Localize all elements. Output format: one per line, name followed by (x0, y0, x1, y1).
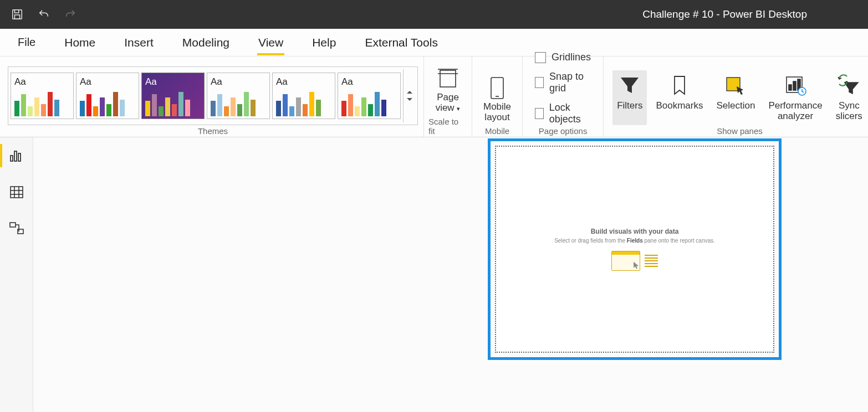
group-label-scale: Scale to fit (428, 117, 467, 136)
theme-sample-text: Aa (211, 76, 266, 87)
theme-bars (211, 92, 266, 116)
placeholder-illustration (611, 251, 658, 271)
filter-icon (617, 74, 642, 97)
menu-view[interactable]: View (257, 30, 284, 55)
ribbon-group-scale: Page view ▾ Scale to fit (424, 56, 472, 137)
performance-label: Performance analyzer (768, 100, 822, 122)
placeholder-title: Build visuals with your data (591, 228, 679, 235)
svg-rect-5 (491, 78, 503, 99)
theme-sample-text: Aa (341, 76, 397, 87)
placeholder-window-icon (611, 251, 640, 271)
svg-rect-13 (11, 156, 13, 161)
menu-external-tools[interactable]: External Tools (364, 30, 439, 55)
svg-rect-9 (789, 85, 792, 90)
group-label-themes: Themes (198, 126, 228, 136)
theme-bars (80, 92, 135, 116)
theme-sample-text: Aa (80, 76, 135, 87)
theme-gallery-expand[interactable] (403, 69, 415, 122)
theme-sample-text: Aa (145, 76, 201, 87)
mobile-icon (484, 77, 510, 99)
menu-help[interactable]: Help (311, 30, 337, 55)
menu-file[interactable]: File (17, 30, 37, 54)
lock-objects-checkbox[interactable]: Lock objects (535, 102, 591, 125)
svg-rect-10 (793, 81, 796, 90)
ribbon-group-page-options: Gridlines Snap to grid Lock objects Page… (523, 56, 604, 137)
selection-label: Selection (716, 100, 755, 111)
sync-slicers-icon (837, 74, 861, 97)
performance-analyzer-button[interactable]: Performance analyzer (764, 70, 826, 125)
svg-rect-1 (14, 15, 19, 19)
undo-icon[interactable] (38, 8, 50, 20)
model-view-button[interactable] (8, 220, 25, 237)
theme-bars (276, 92, 331, 116)
theme-thumbnail[interactable]: Aa (76, 73, 139, 119)
page-view-label: Page view ▾ (436, 92, 461, 114)
filters-label: Filters (617, 100, 642, 111)
selection-icon (723, 74, 748, 97)
svg-rect-21 (10, 223, 16, 227)
menu-insert[interactable]: Insert (123, 30, 155, 55)
left-view-rail (0, 137, 33, 412)
gridlines-checkbox[interactable]: Gridlines (535, 51, 591, 63)
save-icon[interactable] (11, 8, 23, 20)
ribbon-group-themes: AaAaAaAaAaAa Themes (0, 56, 424, 137)
page-view-button[interactable]: Page view ▾ (428, 65, 467, 116)
theme-thumbnail[interactable]: Aa (11, 73, 74, 119)
svg-rect-2 (440, 70, 456, 87)
bookmarks-pane-button[interactable]: Bookmarks (651, 70, 707, 125)
performance-icon (783, 74, 808, 97)
theme-sample-text: Aa (14, 76, 70, 87)
report-canvas[interactable]: Build visuals with your data Select or d… (33, 137, 868, 412)
bookmark-icon (667, 74, 692, 97)
checkbox-icon (535, 52, 546, 63)
page-placeholder: Build visuals with your data Select or d… (495, 146, 774, 353)
theme-bars (145, 92, 201, 116)
svg-rect-16 (11, 187, 23, 198)
filters-pane-button[interactable]: Filters (612, 70, 647, 125)
snap-to-grid-checkbox[interactable]: Snap to grid (535, 71, 591, 94)
svg-rect-14 (14, 151, 17, 161)
redo-icon (64, 8, 76, 20)
sync-slicers-button[interactable]: Sync slicers (831, 70, 867, 125)
theme-bars (14, 92, 70, 116)
bookmarks-label: Bookmarks (656, 100, 703, 111)
svg-rect-15 (18, 153, 21, 161)
svg-rect-0 (13, 10, 22, 19)
placeholder-list-icon (645, 251, 658, 271)
checkbox-icon (535, 108, 544, 119)
theme-thumbnail[interactable]: Aa (338, 73, 401, 119)
report-view-button[interactable] (8, 147, 25, 164)
group-label-page-options: Page options (539, 126, 588, 136)
menu-home[interactable]: Home (63, 30, 96, 55)
menu-modeling[interactable]: Modeling (181, 30, 231, 55)
workspace: Build visuals with your data Select or d… (0, 137, 868, 412)
theme-sample-text: Aa (276, 76, 331, 87)
window-title: Challenge # 10 - Power BI Desktop (76, 8, 857, 20)
page-view-icon (435, 68, 461, 90)
theme-bars (341, 92, 397, 116)
sync-slicers-label: Sync slicers (836, 100, 862, 122)
placeholder-subtitle: Select or drag fields from the Fields pa… (554, 237, 715, 244)
selection-pane-button[interactable]: Selection (712, 70, 759, 125)
ribbon-group-show-panes: Filters Bookmarks Selection Performance … (604, 56, 868, 137)
selected-page-frame[interactable]: Build visuals with your data Select or d… (488, 138, 782, 360)
ribbon: AaAaAaAaAaAa Themes Page view ▾ Scale to… (0, 56, 868, 137)
theme-thumbnail[interactable]: Aa (207, 73, 270, 119)
snap-label: Snap to grid (549, 71, 591, 94)
lock-label: Lock objects (549, 102, 591, 125)
title-bar: Challenge # 10 - Power BI Desktop (0, 0, 868, 29)
theme-thumbnail[interactable]: Aa (272, 73, 335, 119)
theme-thumbnail[interactable]: Aa (141, 73, 205, 119)
gridlines-label: Gridlines (552, 51, 591, 63)
mobile-layout-label: Mobile layout (483, 101, 511, 123)
data-view-button[interactable] (8, 184, 25, 200)
group-label-mobile: Mobile (485, 126, 509, 136)
mobile-layout-button[interactable]: Mobile layout (477, 75, 518, 125)
checkbox-icon (535, 77, 544, 88)
ribbon-group-mobile: Mobile layout Mobile (472, 56, 523, 137)
menu-bar: File Home Insert Modeling View Help Exte… (0, 29, 868, 56)
group-label-show-panes: Show panes (717, 126, 763, 136)
theme-gallery: AaAaAaAaAaAa (8, 66, 418, 125)
